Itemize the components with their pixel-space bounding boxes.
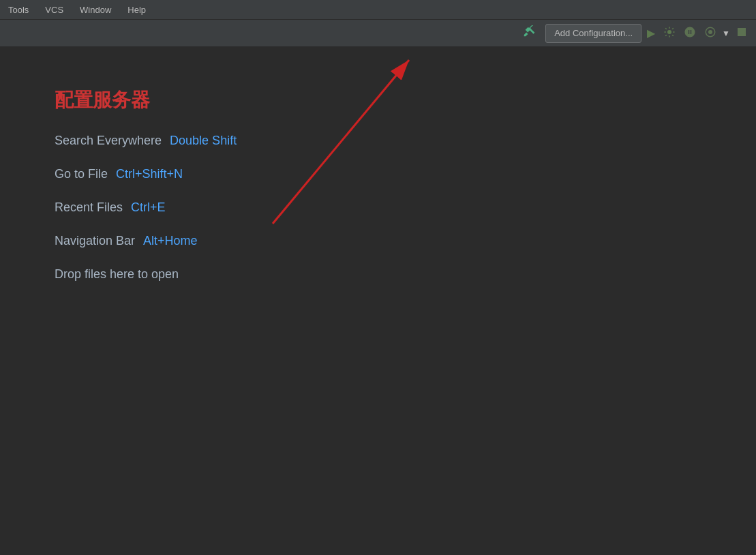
menu-vcs[interactable]: VCS [42, 3, 66, 16]
shortcut-search-everywhere: Search Everywhere Double Shift [55, 134, 701, 148]
recent-files-label: Recent Files [55, 200, 123, 215]
coverage-icon[interactable] [701, 25, 719, 42]
svg-point-0 [667, 30, 671, 34]
shortcut-navigation-bar: Navigation Bar Alt+Home [55, 234, 701, 248]
arrow-annotation [218, 46, 457, 251]
menu-tools[interactable]: Tools [5, 3, 31, 16]
menu-help[interactable]: Help [125, 3, 149, 16]
svg-rect-1 [738, 28, 746, 36]
recent-files-key: Ctrl+E [131, 200, 166, 215]
add-configuration-button[interactable]: Add Configuration... [545, 24, 641, 43]
drop-files-text: Drop files here to open [55, 267, 701, 282]
main-content: 配置服务器 Search Everywhere Double Shift Go … [0, 46, 756, 555]
shortcut-go-to-file: Go to File Ctrl+Shift+N [55, 167, 701, 181]
run-icon[interactable]: ▶ [644, 25, 658, 41]
debug-icon[interactable] [661, 25, 678, 42]
go-to-file-key: Ctrl+Shift+N [116, 167, 183, 181]
navigation-bar-key: Alt+Home [143, 234, 198, 248]
search-everywhere-key: Double Shift [170, 134, 237, 148]
profile-icon[interactable] [681, 25, 699, 42]
hammer-icon [522, 24, 537, 42]
shortcut-recent-files: Recent Files Ctrl+E [55, 200, 701, 215]
stop-icon[interactable] [733, 25, 751, 42]
menu-window[interactable]: Window [77, 3, 114, 16]
menu-bar: Tools VCS Window Help [0, 0, 756, 19]
go-to-file-label: Go to File [55, 167, 108, 181]
dropdown-arrow-icon[interactable]: ▼ [722, 29, 730, 38]
search-everywhere-label: Search Everywhere [55, 134, 162, 148]
chinese-title: 配置服务器 [55, 87, 701, 113]
navigation-bar-label: Navigation Bar [55, 234, 135, 248]
toolbar: Add Configuration... ▶ ▼ [0, 19, 756, 46]
